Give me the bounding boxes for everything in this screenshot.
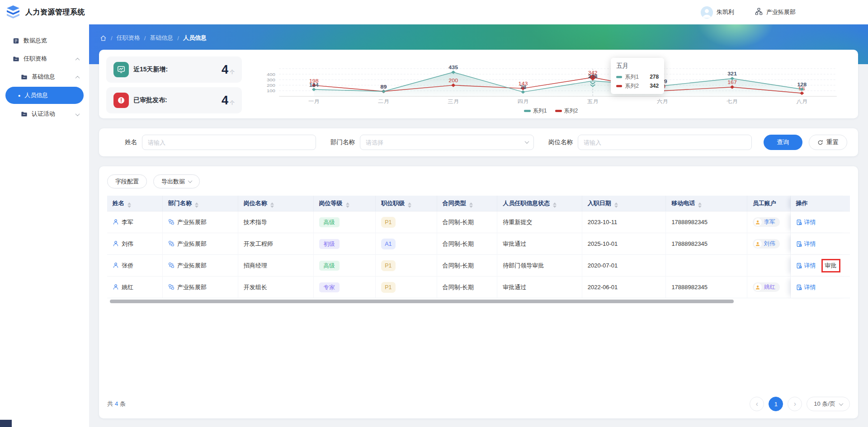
sort-icon[interactable] — [346, 202, 349, 208]
pagination: ‹ 1 › 10 条/页 — [750, 397, 850, 411]
scrollbar-thumb[interactable] — [110, 300, 734, 303]
name-cell: 张侨 — [107, 255, 163, 277]
department-cell: 产业拓展部 — [163, 277, 238, 298]
breadcrumb-item: 人员信息 — [183, 34, 207, 42]
name-label: 姓名 — [110, 138, 137, 146]
sidebar-item-label: 数据总览 — [24, 37, 47, 45]
column-header[interactable]: 姓名 — [107, 196, 163, 211]
svg-text:128: 128 — [797, 82, 807, 87]
column-header[interactable]: 职位职级 — [376, 196, 437, 211]
breadcrumb-item[interactable]: 基础信息 — [150, 34, 173, 42]
page-size-select[interactable]: 10 条/页 — [807, 397, 850, 411]
sidebar-item-data-overview[interactable]: 数据总览 — [0, 32, 89, 50]
monitor-chart-icon — [113, 62, 129, 77]
export-data-button[interactable]: 导出数据 — [153, 174, 200, 188]
svg-text:435: 435 — [448, 65, 458, 70]
column-label: 人员任职信息状态 — [503, 200, 550, 206]
employee-account-chip[interactable]: 李军 — [753, 217, 780, 227]
overview-card: 近15天新增:4个已审批发布:4个 100200300400一月二月三月四月五月… — [99, 50, 858, 118]
column-header[interactable]: 合同类型 — [437, 196, 497, 211]
column-header[interactable]: 岗位等级 — [314, 196, 376, 211]
sidebar-item-qualification[interactable]: 任职资格 — [0, 50, 89, 68]
column-label: 操作 — [796, 200, 808, 206]
filter-bar: 姓名 部门名称 岗位名称 — [99, 128, 858, 156]
breadcrumb-separator: / — [144, 35, 146, 42]
sort-icon[interactable] — [195, 202, 198, 208]
sort-icon[interactable] — [408, 202, 411, 208]
employee-account-chip[interactable]: 姚红 — [753, 282, 780, 292]
stat-card-1: 近15天新增:4个 — [106, 56, 242, 83]
svg-text:321: 321 — [727, 71, 737, 76]
sidebar-item-basic-info[interactable]: 基础信息 — [0, 68, 89, 86]
department-cell: 产业拓展部 — [163, 211, 238, 233]
detail-link[interactable]: 详情 — [796, 283, 816, 291]
legend-item[interactable]: 系列1 — [524, 107, 547, 115]
search-button[interactable]: 查询 — [764, 135, 802, 150]
column-header[interactable]: 人员任职信息状态 — [497, 196, 582, 211]
table-header-row: 姓名部门名称岗位名称岗位等级职位职级合同类型人员任职信息状态入职日期移动电话员工… — [107, 196, 850, 211]
sidebar-item-personnel-info[interactable]: •人员信息 — [5, 87, 84, 104]
svg-text:三月: 三月 — [448, 98, 459, 103]
legend-item[interactable]: 系列2 — [555, 107, 578, 115]
detail-link[interactable]: 详情 — [796, 240, 816, 248]
total-count: 共4条 — [107, 400, 126, 408]
hire-date-cell: 2023-10-11 — [582, 211, 666, 233]
column-header[interactable]: 移动电话 — [666, 196, 747, 211]
reset-button[interactable]: 重置 — [809, 135, 847, 150]
actions-cell: 详情 — [791, 211, 850, 233]
svg-text:400: 400 — [267, 71, 275, 76]
rank-cell: P1 — [376, 255, 437, 277]
hire-date-cell: 2020-07-01 — [582, 255, 666, 277]
home-icon[interactable] — [100, 35, 107, 42]
horizontal-scrollbar — [107, 300, 850, 303]
sort-icon[interactable] — [553, 202, 557, 208]
sort-icon[interactable] — [698, 202, 702, 208]
column-header[interactable]: 入职日期 — [582, 196, 666, 211]
avatar-icon — [754, 283, 762, 291]
sidebar-item-label: 人员信息 — [24, 91, 48, 99]
department-select[interactable] — [360, 135, 534, 150]
sort-icon[interactable] — [270, 202, 274, 208]
phone-cell: 17888982345 — [666, 211, 747, 233]
rank-cell: P1 — [376, 277, 437, 298]
sort-icon[interactable] — [614, 202, 618, 208]
folder-icon — [13, 56, 19, 62]
prev-page-button[interactable]: ‹ — [750, 397, 764, 411]
level-badge: 初级 — [319, 239, 340, 249]
contract-cell: 合同制-长期 — [437, 233, 497, 255]
detail-link[interactable]: 详情 — [796, 262, 816, 270]
sort-icon[interactable] — [469, 202, 473, 208]
detail-link[interactable]: 详情 — [796, 218, 816, 226]
sidebar-collapse-button[interactable] — [0, 420, 12, 427]
folder-icon — [21, 111, 28, 117]
rank-badge: P1 — [381, 217, 395, 228]
sidebar-item-cert-activity[interactable]: 认证活动 — [0, 105, 89, 123]
column-header[interactable]: 部门名称 — [163, 196, 238, 211]
name-input[interactable] — [142, 135, 316, 150]
breadcrumb-separator: / — [111, 35, 113, 42]
sort-icon[interactable] — [127, 202, 131, 208]
rank-cell: A1 — [376, 233, 437, 255]
table-toolbar: 字段配置 导出数据 — [107, 174, 850, 188]
page-1-button[interactable]: 1 — [769, 397, 783, 411]
stat-label: 已审批发布: — [133, 96, 167, 104]
position-cell: 开发工程师 — [238, 233, 314, 255]
next-page-button[interactable]: › — [788, 397, 802, 411]
trend-chart[interactable]: 100200300400一月二月三月四月五月六月七月八月198892001433… — [251, 55, 851, 115]
breadcrumb-item[interactable]: 任职资格 — [117, 34, 140, 42]
approve-link[interactable]: 审批 — [825, 262, 837, 270]
field-config-button[interactable]: 字段配置 — [107, 174, 147, 188]
post-input[interactable] — [578, 135, 752, 150]
department-icon — [168, 219, 175, 225]
employee-account-chip[interactable]: 刘伟 — [753, 239, 780, 249]
department-cell: 产业拓展部 — [163, 233, 238, 255]
column-header[interactable]: 岗位名称 — [238, 196, 314, 211]
user-menu[interactable]: 朱凯利 — [701, 6, 734, 19]
name-cell: 姚红 — [107, 277, 163, 298]
person-icon — [113, 284, 119, 290]
department-switcher[interactable]: 产业拓展部 — [755, 8, 796, 17]
chevron-down-icon — [188, 178, 193, 183]
line-chart[interactable]: 100200300400一月二月三月四月五月六月七月八月198892001433… — [251, 60, 851, 105]
svg-text:124: 124 — [309, 82, 319, 87]
column-label: 移动电话 — [671, 200, 695, 206]
